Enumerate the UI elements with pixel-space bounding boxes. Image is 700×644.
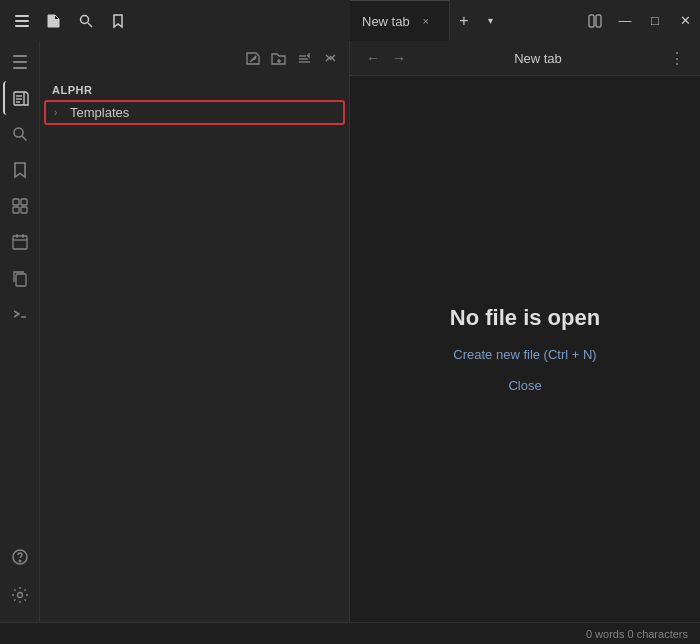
svg-rect-7 xyxy=(13,55,27,57)
bookmark-activity-icon[interactable] xyxy=(3,153,37,187)
bookmark-icon-top[interactable] xyxy=(104,7,132,35)
svg-rect-16 xyxy=(13,199,19,205)
editor-menu-btn[interactable]: ⋮ xyxy=(666,47,688,69)
nav-back-btn[interactable]: ← xyxy=(362,47,384,69)
tab-area: New tab × + ▾ xyxy=(350,0,580,41)
sort-toolbar-icon[interactable] xyxy=(293,48,315,70)
sidebar-toolbar xyxy=(40,41,349,76)
svg-rect-18 xyxy=(13,207,19,213)
editor-content: No file is open Create new file (Ctrl + … xyxy=(350,76,700,622)
settings-activity-icon[interactable] xyxy=(3,578,37,612)
new-note-toolbar-icon[interactable] xyxy=(241,48,263,70)
svg-rect-20 xyxy=(13,236,27,249)
new-tab-item[interactable]: New tab × xyxy=(350,0,450,41)
minimize-btn[interactable]: — xyxy=(610,7,640,35)
templates-folder-item[interactable]: › Templates xyxy=(44,100,345,125)
svg-rect-5 xyxy=(589,15,594,27)
sidebar-toggle-activity-icon[interactable] xyxy=(3,45,37,79)
help-activity-icon[interactable] xyxy=(3,540,37,574)
svg-rect-19 xyxy=(21,207,27,213)
editor-nav: ← → xyxy=(362,47,410,69)
terminal-activity-icon[interactable] xyxy=(3,297,37,331)
svg-line-4 xyxy=(88,23,92,27)
split-view-btn[interactable] xyxy=(580,7,610,35)
search-activity-icon[interactable] xyxy=(3,117,37,151)
editor-area: ← → New tab ⋮ No file is open Create new… xyxy=(350,41,700,622)
svg-rect-2 xyxy=(15,25,29,27)
svg-rect-8 xyxy=(13,61,27,63)
activity-bar-bottom xyxy=(3,540,37,622)
svg-rect-0 xyxy=(15,15,29,17)
extensions-activity-icon[interactable] xyxy=(3,189,37,223)
maximize-btn[interactable]: □ xyxy=(640,7,670,35)
status-bar: 0 words 0 characters xyxy=(0,622,700,644)
sidebar-toggle-top-icon[interactable] xyxy=(8,7,36,35)
svg-point-27 xyxy=(19,560,20,561)
tab-label: New tab xyxy=(362,14,410,29)
sidebar-content: alphr › Templates xyxy=(40,76,349,622)
main-area: alphr › Templates ← → New tab ⋮ No file … xyxy=(0,41,700,622)
svg-rect-9 xyxy=(13,67,27,69)
tab-bar: New tab × + ▾ — □ ✕ xyxy=(0,0,700,41)
no-file-title: No file is open xyxy=(450,305,600,331)
create-new-file-link[interactable]: Create new file (Ctrl + N) xyxy=(453,347,596,362)
folder-name-label: Templates xyxy=(70,105,129,120)
svg-rect-6 xyxy=(596,15,601,27)
sidebar: alphr › Templates xyxy=(40,41,350,622)
editor-title: New tab xyxy=(514,51,562,66)
svg-point-14 xyxy=(14,128,23,137)
tab-bar-left xyxy=(0,7,350,35)
word-char-count: 0 words 0 characters xyxy=(586,628,688,640)
new-folder-toolbar-icon[interactable] xyxy=(267,48,289,70)
svg-line-15 xyxy=(22,136,27,141)
copy-activity-icon[interactable] xyxy=(3,261,37,295)
activity-bar xyxy=(0,41,40,622)
svg-rect-1 xyxy=(15,20,29,22)
calendar-activity-icon[interactable] xyxy=(3,225,37,259)
svg-point-28 xyxy=(17,593,22,598)
tab-close-btn[interactable]: × xyxy=(418,13,434,29)
editor-toolbar: ← → New tab ⋮ xyxy=(350,41,700,76)
explorer-activity-icon[interactable] xyxy=(3,81,37,115)
svg-rect-17 xyxy=(21,199,27,205)
close-editor-link[interactable]: Close xyxy=(508,378,541,393)
folder-chevron-icon: › xyxy=(54,107,66,118)
close-window-btn[interactable]: ✕ xyxy=(670,7,700,35)
new-tab-btn[interactable]: + xyxy=(450,7,478,35)
workspace-label: alphr xyxy=(40,80,349,100)
collapse-toolbar-icon[interactable] xyxy=(319,48,341,70)
files-icon-top[interactable] xyxy=(40,7,68,35)
search-icon-top[interactable] xyxy=(72,7,100,35)
nav-forward-btn[interactable]: → xyxy=(388,47,410,69)
tab-dropdown-btn[interactable]: ▾ xyxy=(478,7,502,35)
svg-rect-24 xyxy=(16,274,26,286)
svg-point-3 xyxy=(81,15,89,23)
